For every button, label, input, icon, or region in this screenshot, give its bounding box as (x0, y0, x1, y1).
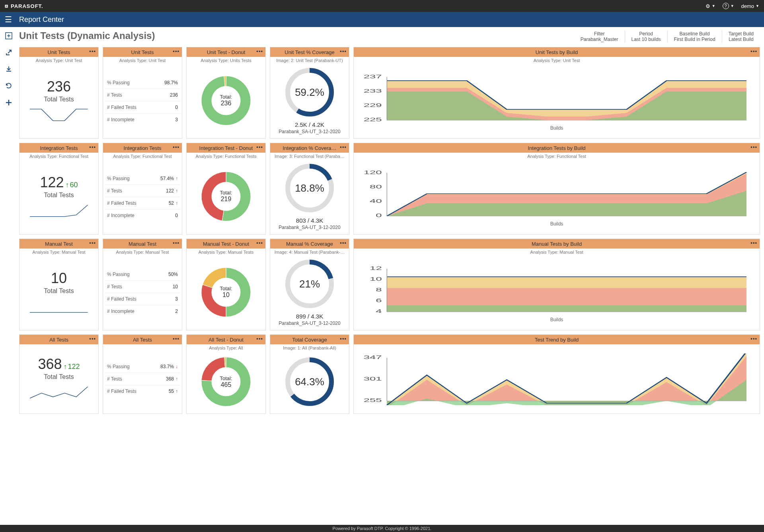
widget-menu-icon[interactable]: ••• (173, 336, 179, 342)
stat-value: 83.7% ↓ (160, 364, 178, 369)
stat-row: # Failed Tests52 ↑ (105, 197, 180, 209)
stat-key: # Failed Tests (107, 388, 136, 394)
widget-summary[interactable]: All Tests••• 368↑122 Total Tests (19, 334, 99, 414)
filter-cell[interactable]: Target BuildLatest Build (722, 30, 760, 43)
filter-label: Filter (581, 31, 618, 37)
hamburger-icon[interactable]: ☰ (5, 15, 12, 24)
stat-key: # Failed Tests (107, 200, 136, 206)
widget-title: Manual Test••• (103, 239, 182, 249)
dashboard-grid: Unit Tests••• Analysis Type: Unit Test 2… (19, 47, 760, 414)
widget-subtitle: Analysis Type: Manual Test (19, 249, 98, 256)
stat-row: % Passing50% (105, 268, 180, 280)
widget-donut[interactable]: Unit Test - Donut••• Analysis Type: Unit… (186, 47, 266, 139)
widget-title: Integration Tests by Build••• (354, 143, 760, 153)
coverage-ring: 64.3% (284, 356, 335, 408)
donut-center-value: 465 (221, 381, 232, 388)
widget-donut[interactable]: Integration Test - Donut••• Analysis Typ… (186, 143, 266, 235)
add-panel-icon[interactable] (4, 31, 14, 41)
stat-key: # Incomplete (107, 117, 134, 122)
widget-trend[interactable]: Unit Tests by Build••• Analysis Type: Un… (353, 47, 760, 139)
caret-down-icon: ▼ (731, 4, 734, 8)
delta: ↑60 (66, 181, 78, 189)
widget-stats[interactable]: Manual Test••• Analysis Type: Manual Tes… (103, 239, 182, 330)
widget-stats[interactable]: All Tests••• % Passing83.7% ↓# Tests368 … (103, 334, 182, 414)
widget-coverage[interactable]: Total Coverage••• Image: 1: All (Paraban… (270, 334, 349, 414)
widget-summary[interactable]: Integration Tests••• Analysis Type: Func… (19, 143, 99, 235)
stat-key: # Tests (107, 92, 122, 98)
widget-menu-icon[interactable]: ••• (173, 48, 179, 54)
widget-menu-icon[interactable]: ••• (340, 336, 347, 342)
donut-chart: Total:219 (198, 169, 254, 224)
widget-menu-icon[interactable]: ••• (750, 144, 757, 150)
widget-coverage[interactable]: Unit Test % Coverage••• Image: 2: Unit T… (270, 47, 349, 139)
filter-cell[interactable]: PeriodLast 10 builds (625, 30, 667, 43)
coverage-pct: 21% (284, 258, 335, 310)
stat-value: 98.7% (164, 80, 178, 85)
coverage-sub: 803 / 4.3K (296, 217, 323, 224)
svg-text:40: 40 (370, 198, 382, 204)
widget-stats[interactable]: Unit Tests••• Analysis Type: Unit Test %… (103, 47, 182, 139)
svg-text:80: 80 (370, 184, 382, 189)
help-menu[interactable]: ?▼ (723, 3, 734, 9)
widget-menu-icon[interactable]: ••• (89, 144, 96, 150)
filter-cell[interactable]: FilterParabank_Master (574, 30, 625, 43)
widget-menu-icon[interactable]: ••• (750, 336, 757, 342)
donut-center-value: 219 (221, 196, 232, 203)
widget-trend[interactable]: Test Trend by Build••• 255301347 (353, 334, 760, 414)
widget-menu-icon[interactable]: ••• (340, 48, 347, 54)
add-icon[interactable] (4, 98, 14, 107)
widget-menu-icon[interactable]: ••• (89, 240, 96, 246)
stat-value: 10 (173, 284, 178, 289)
widget-title: All Tests••• (103, 335, 182, 344)
widget-menu-icon[interactable]: ••• (256, 144, 263, 150)
widget-summary[interactable]: Manual Test••• Analysis Type: Manual Tes… (19, 239, 99, 330)
user-menu[interactable]: demo▼ (741, 3, 759, 9)
stat-row: # Incomplete2 (105, 305, 180, 317)
widget-menu-icon[interactable]: ••• (256, 240, 263, 246)
widget-menu-icon[interactable]: ••• (750, 48, 757, 54)
summary-value: 368 (38, 356, 62, 373)
widget-menu-icon[interactable]: ••• (340, 240, 347, 246)
svg-marker-31 (387, 305, 746, 311)
widget-menu-icon[interactable]: ••• (750, 240, 757, 246)
widget-coverage[interactable]: Integration % Covera…••• Image: 3: Funct… (270, 143, 349, 235)
widget-donut[interactable]: All Test - Donut••• Analysis Type: All T… (186, 334, 266, 414)
widget-subtitle: Analysis Type: All (187, 344, 265, 351)
share-icon[interactable] (4, 48, 14, 57)
svg-text:237: 237 (364, 74, 382, 79)
download-icon[interactable] (4, 64, 14, 74)
widget-menu-icon[interactable]: ••• (173, 144, 179, 150)
widget-coverage[interactable]: Manual % Coverage••• Image: 4: Manual Te… (270, 239, 349, 330)
app-header: ☰ Report Center (0, 12, 764, 27)
widget-menu-icon[interactable]: ••• (256, 48, 263, 54)
widget-donut[interactable]: Manual Test - Donut••• Analysis Type: Ma… (186, 239, 266, 330)
widget-trend[interactable]: Manual Tests by Build••• Analysis Type: … (353, 239, 760, 330)
widget-summary[interactable]: Unit Tests••• Analysis Type: Unit Test 2… (19, 47, 99, 139)
stat-key: # Failed Tests (107, 105, 136, 110)
widget-subtitle: Analysis Type: Manual Test (354, 249, 760, 256)
stat-value: 3 (175, 296, 178, 302)
stat-row: % Passing83.7% ↓ (105, 361, 180, 373)
coverage-ring: 59.2% (284, 66, 335, 118)
summary-label: Total Tests (44, 192, 74, 199)
widget-menu-icon[interactable]: ••• (89, 336, 96, 342)
filter-cell[interactable]: Baseline BuildFirst Build in Period (667, 30, 722, 43)
widget-menu-icon[interactable]: ••• (256, 336, 263, 342)
svg-text:10: 10 (370, 276, 382, 282)
refresh-icon[interactable] (4, 81, 14, 91)
settings-menu[interactable]: ⚙▼ (706, 3, 715, 9)
widget-trend[interactable]: Integration Tests by Build••• Analysis T… (353, 143, 760, 235)
coverage-sub: 899 / 4.3K (296, 313, 323, 320)
filter-value: First Build in Period (674, 37, 715, 42)
arrow-up-icon: ↑ (175, 176, 178, 181)
coverage-label: Parabank_SA-UT_3-12-2020 (279, 225, 340, 230)
widget-menu-icon[interactable]: ••• (89, 48, 96, 54)
coverage-pct: 59.2% (284, 66, 335, 118)
arrow-up-icon: ↑ (175, 376, 178, 382)
stat-value: 0 (175, 105, 178, 110)
widget-menu-icon[interactable]: ••• (173, 240, 179, 246)
stat-value: 2 (175, 309, 178, 314)
stat-value: 3 (175, 117, 178, 122)
widget-menu-icon[interactable]: ••• (340, 144, 347, 150)
widget-stats[interactable]: Integration Tests••• Analysis Type: Func… (103, 143, 182, 235)
